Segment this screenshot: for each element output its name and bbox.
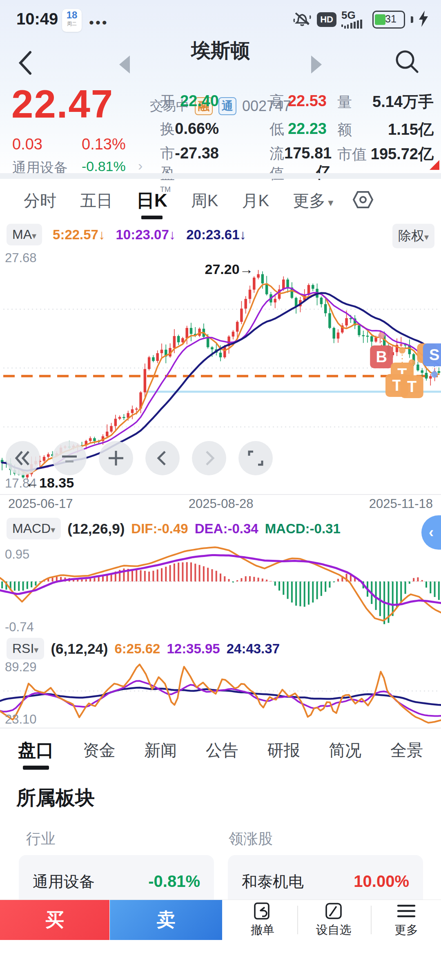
svg-text:27.68: 27.68 <box>5 251 37 265</box>
period-tab-bar: 分时 五日 日K 周K 月K 更多▾ <box>0 183 441 218</box>
hd-icon: HD <box>317 12 336 27</box>
svg-text:23.10: 23.10 <box>5 712 37 726</box>
svg-text:←18.35: ←18.35 <box>25 475 74 490</box>
tab-minute[interactable]: 分时 <box>24 189 56 212</box>
macd-chart[interactable]: 0.95-0.74 <box>0 545 441 636</box>
rsi-selector-chip[interactable]: RSI▾ <box>7 638 44 659</box>
svg-text:27.20→: 27.20→ <box>205 261 253 277</box>
industry-name: 通用设备 <box>33 871 95 892</box>
rsi-chart[interactable]: 89.2923.10 <box>0 658 441 727</box>
quote-field-市值: 市值195.72亿 <box>337 144 434 165</box>
more-actions-button[interactable]: 更多 <box>372 900 441 940</box>
next-stock-arrow-icon[interactable] <box>311 56 322 74</box>
svg-text:-0.74: -0.74 <box>5 620 34 634</box>
connect-badge: 通 <box>218 97 236 115</box>
sector-chevron-icon[interactable]: › <box>138 158 143 174</box>
divider <box>0 728 441 728</box>
section-title: 所属板块 <box>16 785 95 811</box>
rsi-header: RSI▾ (6,12,24) 6:25.62 12:35.95 24:43.37 <box>7 638 280 659</box>
quote-field-额: 额1.15亿 <box>337 119 434 140</box>
pan-left-button[interactable] <box>145 441 180 475</box>
sell-button[interactable]: 卖 <box>110 900 222 940</box>
quote-field-低: 低22.23 <box>270 119 327 139</box>
ma5-value: 5:22.57↓ <box>53 227 105 243</box>
add-watchlist-button[interactable]: 设自选 <box>299 900 368 940</box>
active-tab-underline <box>141 216 163 219</box>
tab-weekly-k[interactable]: 周K <box>191 189 218 212</box>
section-divider <box>0 173 441 179</box>
active-tab-underline <box>23 766 49 770</box>
ma20-value: 20:23.61↓ <box>186 227 246 243</box>
leader-name: 和泰机电 <box>242 871 304 892</box>
cancel-order-icon <box>253 902 272 920</box>
date-axis: 2025-06-17 2025-08-28 2025-11-18 <box>0 497 441 511</box>
tab-more[interactable]: 更多▾ <box>293 189 333 212</box>
rsi12-value: 12:35.95 <box>167 641 220 657</box>
macd-params: (12,26,9) <box>67 521 125 537</box>
dif-value: DIF:-0.49 <box>131 521 188 537</box>
svg-text:89.29: 89.29 <box>5 660 37 674</box>
signal-5g-icon: 5G <box>341 11 368 29</box>
svg-text:S: S <box>429 346 439 363</box>
tab-panorama[interactable]: 全景 <box>390 739 423 762</box>
battery-nub <box>411 16 413 23</box>
sector-change[interactable]: -0.81% <box>82 158 126 174</box>
price-change: 0.03 <box>12 136 42 153</box>
leader-change: 10.00% <box>354 872 409 891</box>
date-mid: 2025-08-28 <box>189 497 254 511</box>
battery-fill <box>375 14 385 25</box>
divider <box>0 494 441 495</box>
tab-funds[interactable]: 资金 <box>83 739 116 762</box>
search-icon[interactable] <box>394 48 421 77</box>
tab-news[interactable]: 新闻 <box>144 739 177 762</box>
status-icons: HD 5G 31 <box>292 7 429 32</box>
indicator-settings-icon[interactable] <box>352 189 374 212</box>
tab-announcements[interactable]: 公告 <box>206 739 238 762</box>
charging-bolt-icon <box>418 11 429 29</box>
dea-value: DEA:-0.34 <box>195 521 258 537</box>
date-start: 2025-06-17 <box>8 497 73 511</box>
status-time: 10:49 <box>16 10 58 28</box>
fullscreen-button[interactable] <box>238 441 273 475</box>
stock-title: 埃斯顿 <box>0 38 441 64</box>
macd-header: MACD▾ (12,26,9) DIF:-0.49 DEA:-0.34 MACD… <box>7 518 341 539</box>
calendar-icon: 18 周二 <box>62 9 82 32</box>
quote-field-开: 开22.40 <box>160 91 219 111</box>
date-end: 2025-11-18 <box>369 497 433 511</box>
rsi-params: (6,12,24) <box>51 641 108 657</box>
tab-5day[interactable]: 五日 <box>80 189 113 212</box>
macd-selector-chip[interactable]: MACD▾ <box>7 518 61 539</box>
ma-bar: MA▾ 5:22.57↓ 10:23.07↓ 20:23.61↓ <box>7 224 246 245</box>
tab-profile[interactable]: 简况 <box>329 739 361 762</box>
svg-text:B: B <box>376 348 387 365</box>
rsi6-value: 6:25.62 <box>114 641 160 657</box>
pan-right-button[interactable] <box>192 441 226 475</box>
expand-quote-triangle[interactable] <box>430 160 439 170</box>
battery-icon: 31 <box>372 11 405 29</box>
buy-button[interactable]: 买 <box>0 900 109 940</box>
tab-research[interactable]: 研报 <box>267 739 300 762</box>
tab-daily-k[interactable]: 日K <box>136 189 167 213</box>
jump-start-button[interactable] <box>6 441 40 475</box>
ma10-value: 10:23.07↓ <box>116 227 176 243</box>
ma-selector-chip[interactable]: MA▾ <box>7 224 42 245</box>
tab-monthly-k[interactable]: 月K <box>242 189 269 212</box>
tab-order-book[interactable]: 盘口 <box>18 738 54 762</box>
zoom-in-button[interactable] <box>99 441 133 475</box>
mute-vibrate-icon <box>292 10 312 29</box>
divider <box>297 906 298 934</box>
rsi24-value: 24:43.37 <box>227 641 280 657</box>
notification-dots-icon: ••• <box>89 15 109 31</box>
industry-change: -0.81% <box>148 872 200 891</box>
cancel-order-button[interactable]: 撤单 <box>228 900 297 940</box>
adjust-rights-chip[interactable]: 除权▾ <box>392 224 434 248</box>
svg-text:T: T <box>392 377 401 394</box>
zoom-out-button[interactable] <box>52 441 87 475</box>
stock-app-screen: 10:49 18 周二 ••• HD 5G 31 埃斯顿 交易中 融 通 <box>0 0 441 980</box>
android-nav-bar <box>0 940 441 980</box>
action-bar: 买 卖 撤单 设自选 更多 <box>0 900 441 940</box>
edit-watchlist-icon <box>324 902 343 920</box>
svg-text:T: T <box>407 378 416 395</box>
column-industry: 行业 <box>26 829 56 849</box>
svg-text:0.95: 0.95 <box>5 547 29 561</box>
